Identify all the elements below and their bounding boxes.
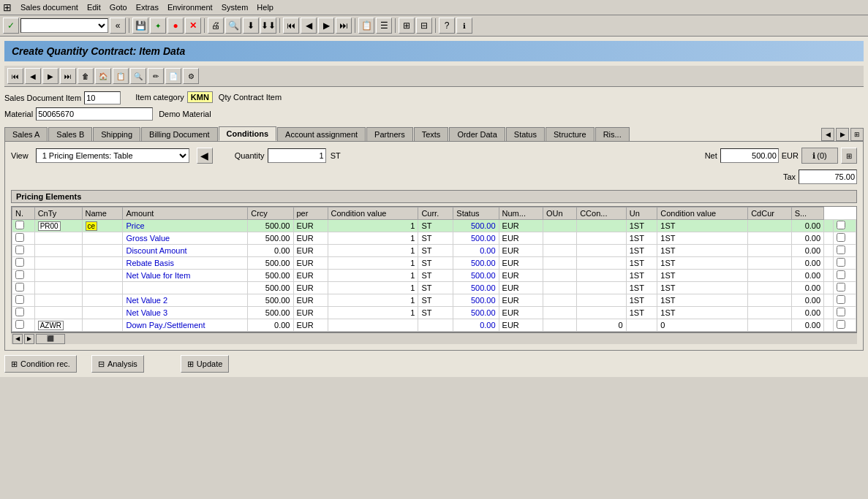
cell-0	[12, 257, 35, 270]
cell-link[interactable]: Price	[126, 221, 144, 230]
tab-conditions[interactable]: Conditions	[219, 126, 276, 141]
update-btn[interactable]: ⊞ Update	[181, 355, 229, 373]
quantity-input[interactable]	[268, 148, 326, 163]
cell-link[interactable]: Down Pay./Settlement	[126, 321, 205, 330]
table-settings-btn[interactable]: ⊞	[841, 148, 857, 164]
red-circle-btn[interactable]: ●	[167, 18, 184, 34]
cell-link[interactable]: Discount Amount	[126, 246, 186, 255]
cell-link[interactable]: 0.00	[480, 321, 495, 330]
table-row[interactable]: AZWRDown Pay./Settlement0.00EUR0.00EUR00…	[12, 319, 856, 332]
net-input[interactable]	[720, 148, 779, 163]
tab-billing-document[interactable]: Billing Document	[141, 127, 218, 141]
menu-help[interactable]: Help	[257, 3, 273, 12]
cell-link[interactable]: Net Value 2	[126, 296, 167, 305]
scroll-left-btn[interactable]: ◀	[12, 334, 23, 344]
select-all-btn[interactable]: ☰	[376, 18, 392, 34]
tab-nav-right-btn[interactable]: ▶	[836, 128, 849, 141]
tab-sales-a[interactable]: Sales A	[4, 127, 48, 141]
view-select[interactable]: 1 Pricing Elements: Table	[36, 148, 189, 163]
cell-link[interactable]: Net Value for Item	[126, 271, 190, 280]
tab-nav-expand-btn[interactable]: ⊞	[850, 128, 864, 141]
command-field[interactable]	[20, 18, 108, 33]
nav-search[interactable]: 🔍	[130, 68, 146, 84]
layout-btn[interactable]: ⊞	[399, 18, 415, 34]
table-row[interactable]: Gross Value500.00EUR1ST500.00EUR1ST1ST0.…	[12, 232, 856, 245]
cell-link[interactable]: Rebate Basis	[126, 259, 173, 267]
nav-home[interactable]: 🏠	[95, 68, 111, 84]
pricing-table-container[interactable]: N.CnTyNameAmountCrcyperCondition valueCu…	[11, 206, 857, 332]
first-btn[interactable]: ⏮	[283, 18, 299, 34]
table-row[interactable]: Net Value 2500.00EUR1ST500.00EUR1ST1ST0.…	[12, 294, 856, 307]
menu-sales-document[interactable]: Sales document	[20, 3, 78, 12]
cell-link[interactable]: 500.00	[471, 283, 496, 292]
info-count-btn[interactable]: ℹ (0)	[801, 148, 838, 164]
cell-link[interactable]: Net Value 3	[126, 308, 167, 317]
table-row[interactable]: Net Value for Item500.00EUR1ST500.00EUR1…	[12, 270, 856, 282]
green-check-btn[interactable]: ✓	[3, 18, 19, 34]
cell-link[interactable]: 500.00	[471, 259, 496, 267]
nav-last[interactable]: ⏭	[60, 68, 76, 84]
tab-order-data[interactable]: Order Data	[449, 127, 505, 141]
cell-link[interactable]: 0.00	[480, 246, 495, 255]
scroll-drag-btn[interactable]: ⬛	[36, 334, 65, 344]
save-btn[interactable]: 💾	[132, 18, 148, 34]
find-all-btn[interactable]: ⬇⬇	[260, 18, 276, 34]
nav-next[interactable]: ▶	[42, 68, 59, 84]
nav-copy[interactable]: 📋	[113, 68, 129, 84]
info-btn[interactable]: ℹ	[456, 18, 472, 34]
cell-0	[12, 270, 35, 282]
cell-link[interactable]: 500.00	[471, 271, 496, 280]
tab-shipping[interactable]: Shipping	[93, 127, 140, 141]
menu-system[interactable]: System	[222, 3, 249, 12]
nav-back-btn[interactable]: «	[110, 18, 126, 34]
tab-sales-b[interactable]: Sales B	[48, 127, 92, 141]
nav-edit[interactable]: ✏	[148, 68, 164, 84]
tab-account-assignment[interactable]: Account assignment	[277, 127, 366, 141]
nav-prev[interactable]: ◀	[25, 68, 41, 84]
tab-structure[interactable]: Structure	[546, 127, 595, 141]
shortcut-btn[interactable]: ✦	[150, 18, 166, 34]
analysis-btn[interactable]: ⊟ Analysis	[91, 355, 144, 373]
find-btn[interactable]: 🔍	[225, 18, 241, 34]
material-input[interactable]	[36, 107, 153, 121]
menu-environment[interactable]: Environment	[167, 3, 213, 12]
table-row[interactable]: Net Value 3500.00EUR1ST500.00EUR1ST1ST0.…	[12, 307, 856, 319]
menu-edit[interactable]: Edit	[87, 3, 101, 12]
condition-rec-btn[interactable]: ⊞ Condition rec.	[4, 355, 77, 373]
prev-btn[interactable]: ◀	[301, 18, 317, 34]
menu-goto[interactable]: Goto	[110, 3, 127, 12]
nav-settings[interactable]: ⚙	[183, 68, 199, 84]
cell-6: 1	[328, 307, 418, 319]
tab-partners[interactable]: Partners	[366, 127, 413, 141]
help-btn[interactable]: ?	[439, 18, 455, 34]
nav-delete[interactable]: 🗑	[78, 68, 94, 84]
scroll-right-btn[interactable]: ▶	[24, 334, 34, 344]
view-apply-btn[interactable]: ◀	[197, 148, 213, 164]
nav-doc[interactable]: 📄	[165, 68, 181, 84]
col-header-condition-value: Condition value	[657, 207, 748, 220]
tab-status[interactable]: Status	[506, 127, 545, 141]
table-row[interactable]: PR00cePrice500.00EUR1ST500.00EUR1ST1ST0.…	[12, 220, 856, 232]
tab-ris...[interactable]: Ris...	[595, 127, 630, 141]
cell-link[interactable]: 500.00	[471, 221, 496, 230]
cell-link[interactable]: Gross Value	[126, 234, 170, 243]
nav-first[interactable]: ⏮	[7, 68, 23, 84]
last-btn[interactable]: ⏭	[336, 18, 352, 34]
tax-input[interactable]	[799, 169, 857, 184]
table-row[interactable]: Rebate Basis500.00EUR1ST500.00EUR1ST1ST0…	[12, 257, 856, 270]
cell-link[interactable]: 500.00	[471, 296, 496, 305]
cell-link[interactable]: 500.00	[471, 308, 496, 317]
layout2-btn[interactable]: ⊟	[416, 18, 432, 34]
next-btn2[interactable]: ▶	[318, 18, 334, 34]
cell-link[interactable]: 500.00	[471, 234, 496, 243]
table-row[interactable]: 500.00EUR1ST500.00EUR1ST1ST0.00	[12, 282, 856, 294]
find-next-btn[interactable]: ⬇	[243, 18, 259, 34]
menu-extras[interactable]: Extras	[136, 3, 159, 12]
table-row[interactable]: Discount Amount0.00EUR1ST0.00EUR1ST1ST0.…	[12, 245, 856, 257]
tab-nav-left-btn[interactable]: ◀	[821, 128, 834, 141]
cancel-btn[interactable]: ✕	[185, 18, 201, 34]
print-btn[interactable]: 🖨	[208, 18, 224, 34]
sales-doc-item-input[interactable]	[84, 91, 121, 104]
copy-btn[interactable]: 📋	[358, 18, 374, 34]
tab-texts[interactable]: Texts	[414, 127, 449, 141]
